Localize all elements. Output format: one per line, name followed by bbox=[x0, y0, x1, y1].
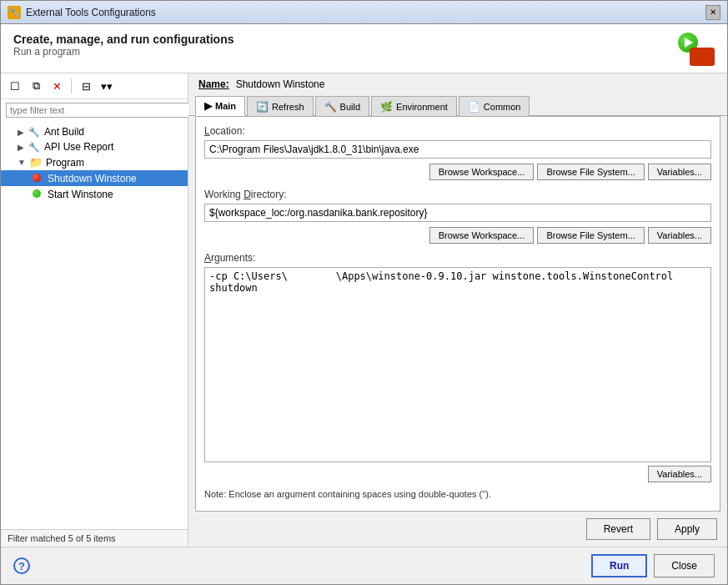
workdir-browse-filesystem-button[interactable]: Browse File System... bbox=[537, 227, 644, 244]
tree-item-ant-build[interactable]: ▶ 🔧 Ant Build bbox=[1, 124, 188, 139]
name-label: Name: bbox=[198, 78, 229, 90]
tree-label: Shutdown Winstone bbox=[48, 173, 137, 184]
main-content: ☐ ⧉ ✕ ⊟ ▾▾ ▶ 🔧 Ant Build ▶ 🔧 API Use Rep… bbox=[1, 73, 727, 547]
arguments-textarea[interactable]: -cp C:\Users\ \Apps\winstone-0.9.10.jar … bbox=[204, 267, 711, 462]
toolbox-icon bbox=[690, 48, 715, 66]
tab-refresh-label: Refresh bbox=[272, 102, 304, 112]
main-tab-icon: ▶ bbox=[204, 100, 212, 112]
common-tab-icon: 📄 bbox=[468, 101, 480, 113]
tab-common-label: Common bbox=[484, 102, 521, 112]
start-icon bbox=[31, 188, 44, 200]
tab-common[interactable]: 📄 Common bbox=[459, 96, 530, 116]
location-browse-workspace-button[interactable]: Browse Workspace... bbox=[429, 164, 535, 180]
tree-item-shutdown-winstone[interactable]: Shutdown Winstone bbox=[1, 170, 188, 186]
workdir-browse-workspace-button[interactable]: Browse Workspace... bbox=[429, 227, 535, 244]
tab-build[interactable]: 🔨 Build bbox=[315, 96, 369, 116]
tabs-bar: ▶ Main 🔄 Refresh 🔨 Build 🌿 Environment 📄 bbox=[188, 95, 727, 116]
location-variables-button[interactable]: Variables... bbox=[648, 164, 711, 180]
location-group: Location: Browse Workspace... Browse Fil… bbox=[204, 125, 711, 180]
tab-main[interactable]: ▶ Main bbox=[195, 96, 245, 116]
name-row: Name: Shutdown Winstone bbox=[188, 73, 727, 95]
tree-label: Ant Build bbox=[44, 126, 84, 138]
location-input[interactable] bbox=[204, 140, 711, 159]
expand-button[interactable]: ▾▾ bbox=[98, 77, 116, 95]
tree-item-api-report[interactable]: ▶ 🔧 API Use Report bbox=[1, 139, 188, 154]
header-text: Create, manage, and run configurations R… bbox=[13, 33, 234, 58]
external-tools-dialog: 🔧 External Tools Configurations ✕ Create… bbox=[0, 0, 728, 585]
revert-button[interactable]: Revert bbox=[586, 518, 650, 540]
new-config-button[interactable]: ☐ bbox=[6, 77, 24, 95]
program-icon: 📁 bbox=[29, 156, 43, 169]
ant-icon: 🔧 bbox=[28, 127, 41, 138]
working-dir-group: Working Directory: Browse Workspace... B… bbox=[204, 189, 711, 244]
panel-content: Location: Browse Workspace... Browse Fil… bbox=[195, 116, 720, 512]
tab-environment-label: Environment bbox=[396, 102, 448, 112]
tree-area: ▶ 🔧 Ant Build ▶ 🔧 API Use Report ▼ 📁 Pro… bbox=[1, 121, 188, 529]
apply-button[interactable]: Apply bbox=[657, 518, 717, 540]
dialog-title: External Tools Configurations bbox=[26, 7, 156, 18]
tab-environment[interactable]: 🌿 Environment bbox=[371, 96, 457, 116]
header-title: Create, manage, and run configurations bbox=[13, 33, 234, 46]
header-subtitle: Run a program bbox=[13, 46, 234, 58]
refresh-tab-icon: 🔄 bbox=[256, 101, 269, 113]
sidebar-status: Filter matched 5 of 5 items bbox=[1, 529, 188, 547]
tab-refresh[interactable]: 🔄 Refresh bbox=[247, 96, 314, 116]
bottom-buttons: Revert Apply bbox=[188, 512, 727, 547]
arguments-variables-button[interactable]: Variables... bbox=[648, 466, 711, 482]
run-button[interactable]: Run bbox=[591, 554, 647, 577]
location-label-text: L bbox=[204, 125, 210, 137]
copy-config-button[interactable]: ⧉ bbox=[27, 77, 45, 95]
tree-label: API Use Report bbox=[44, 141, 113, 153]
build-tab-icon: 🔨 bbox=[324, 101, 337, 113]
workdir-variables-button[interactable]: Variables... bbox=[648, 227, 711, 244]
collapse-all-button[interactable]: ⊟ bbox=[77, 77, 95, 95]
tab-main-label: Main bbox=[215, 101, 236, 111]
expand-icon: ▶ bbox=[18, 128, 24, 137]
dialog-icon: 🔧 bbox=[8, 6, 21, 19]
tree-item-start-winstone[interactable]: Start Winstone bbox=[1, 186, 188, 202]
sidebar-toolbar: ☐ ⧉ ✕ ⊟ ▾▾ bbox=[1, 73, 188, 99]
location-buttons: Browse Workspace... Browse File System..… bbox=[204, 164, 711, 180]
shutdown-icon bbox=[31, 172, 44, 184]
working-dir-label: Working Directory: bbox=[204, 189, 711, 200]
window-close-button[interactable]: ✕ bbox=[705, 5, 720, 20]
arguments-section: Arguments: -cp C:\Users\ \Apps\winstone-… bbox=[204, 252, 711, 502]
tree-item-program[interactable]: ▼ 📁 Program bbox=[1, 154, 188, 170]
right-panel: Name: Shutdown Winstone ▶ Main 🔄 Refresh… bbox=[188, 73, 727, 547]
arguments-note: Note: Enclose an argument containing spa… bbox=[204, 486, 711, 502]
api-icon: 🔧 bbox=[28, 142, 41, 153]
expand-icon: ▶ bbox=[18, 143, 24, 152]
header-icon-area bbox=[675, 33, 715, 66]
toolbar-separator bbox=[71, 78, 72, 93]
tree-label: Start Winstone bbox=[48, 189, 113, 200]
name-value: Shutdown Winstone bbox=[236, 78, 325, 90]
filter-input[interactable] bbox=[6, 103, 193, 118]
arguments-label: Arguments: bbox=[204, 252, 711, 264]
delete-config-button[interactable]: ✕ bbox=[48, 77, 66, 95]
footer-buttons: Run Close bbox=[591, 554, 715, 577]
env-tab-icon: 🌿 bbox=[380, 101, 393, 113]
title-bar-left: 🔧 External Tools Configurations bbox=[8, 6, 156, 19]
working-dir-input[interactable] bbox=[204, 204, 711, 222]
expand-icon: ▼ bbox=[18, 158, 26, 167]
location-browse-filesystem-button[interactable]: Browse File System... bbox=[537, 164, 644, 180]
close-button[interactable]: Close bbox=[654, 554, 715, 577]
footer: ? Run Close bbox=[1, 547, 727, 584]
location-label: Location: bbox=[204, 125, 711, 137]
working-dir-buttons: Browse Workspace... Browse File System..… bbox=[204, 227, 711, 244]
tree-label: Program bbox=[46, 157, 84, 169]
run-triangle bbox=[685, 38, 693, 48]
help-button[interactable]: ? bbox=[13, 557, 30, 574]
args-vars-row: Variables... bbox=[204, 466, 711, 482]
title-bar: 🔧 External Tools Configurations ✕ bbox=[1, 1, 727, 24]
tab-build-label: Build bbox=[340, 102, 360, 112]
header-section: Create, manage, and run configurations R… bbox=[1, 24, 727, 73]
sidebar: ☐ ⧉ ✕ ⊟ ▾▾ ▶ 🔧 Ant Build ▶ 🔧 API Use Rep… bbox=[1, 73, 188, 547]
